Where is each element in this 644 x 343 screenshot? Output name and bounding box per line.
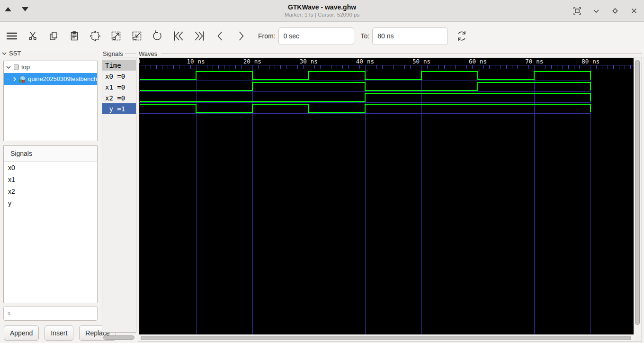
waves-vscrollbar-thumb[interactable] [635,60,640,325]
marker-cursor-status: Marker: 1 fs | Cursor: 52090 ps [0,12,644,18]
signals-frame-line [125,54,136,54]
undo-icon[interactable] [150,28,166,44]
svg-text:ns: ns [254,58,261,65]
close-icon[interactable] [628,5,640,17]
hamburger-menu-icon[interactable] [4,28,20,44]
svg-text:60: 60 [469,58,476,65]
waves-vscrollbar-track[interactable] [634,58,641,335]
go-to-end-icon[interactable] [191,28,207,44]
titlebar: GTKWave - wave.ghw Marker: 1 fs | Cursor… [0,0,644,22]
signals-column-hscrollbar[interactable] [103,335,134,340]
svg-text:30: 30 [300,58,307,65]
signals-frame-label: Signals [103,50,123,57]
svg-text:50: 50 [412,58,420,65]
svg-text:ns: ns [423,58,430,65]
go-to-start-icon[interactable] [170,28,187,44]
hierarchy-globe-icon [19,75,27,83]
shade-chevron-icon[interactable] [590,5,602,17]
signals-list-header: Signals [4,146,97,162]
waveform-canvas[interactable]: 10ns20ns30ns40ns50ns60ns70ns80ns0 [139,58,635,335]
svg-text:80: 80 [581,58,589,65]
append-button[interactable]: Append [4,325,39,341]
waves-frame-label: Waves [139,50,157,57]
reload-icon[interactable] [454,28,470,44]
zoom-fit-icon[interactable] [87,28,103,44]
signal-row-y[interactable]: y =1 [102,103,136,114]
from-input[interactable] [278,27,354,45]
insert-button[interactable]: Insert [45,325,73,341]
tree-branch-line [7,74,9,80]
to-input[interactable] [372,27,448,45]
waves-frame-line [161,54,642,54]
svg-text:ns: ns [536,58,543,65]
signals-list-item-y[interactable]: y [4,197,97,209]
signals-value-panel: Time x0 =0 x1 =0 x2 =0 y =1 [102,57,136,333]
svg-text:ns: ns [480,58,487,65]
to-label: To: [361,32,370,40]
time-header: Time [102,60,136,71]
signal-search-box[interactable] [3,306,98,321]
waves-panel: 10ns20ns30ns40ns50ns60ns70ns80ns0 [138,57,642,342]
svg-text:ns: ns [592,58,599,65]
signal-row-x0[interactable]: x0 =0 [102,71,136,81]
svg-text:ns: ns [367,58,374,65]
chevron-down-icon[interactable] [6,64,11,70]
step-back-icon[interactable] [212,28,228,44]
tree-item-label: quine20250309testbench [28,75,97,82]
module-cylinder-icon [13,63,20,71]
svg-text:20: 20 [243,58,250,65]
signal-row-x1[interactable]: x1 =0 [102,81,136,92]
sst-label: SST [9,50,21,57]
waveform-area[interactable]: 10ns20ns30ns40ns50ns60ns70ns80ns0 [139,58,635,335]
sst-header[interactable]: SST [1,50,21,57]
search-icon [8,310,11,317]
signals-list-item-x0[interactable]: x0 [4,162,97,173]
window-title: GTKWave - wave.ghw [0,3,644,11]
tree-item-label: top [21,63,30,71]
paste-icon[interactable] [66,28,82,44]
copy-icon[interactable] [45,28,62,44]
signal-row-x2[interactable]: x2 =0 [102,92,136,103]
tree-row-testbench[interactable]: quine20250309testbench [4,73,97,85]
search-input[interactable] [14,307,97,320]
tree-row-top[interactable]: top [4,61,97,73]
svg-text:70: 70 [525,58,532,65]
signals-list-item-x1[interactable]: x1 [4,173,97,185]
float-toggle-icon[interactable] [571,5,583,17]
from-label: From: [258,32,276,40]
svg-text:ns: ns [198,58,205,65]
svg-text:10: 10 [187,58,194,65]
chevron-right-icon[interactable] [12,76,18,82]
waves-hscrollbar-thumb[interactable] [141,336,631,340]
waves-hscrollbar-track[interactable] [139,334,635,341]
zoom-out-icon[interactable] [129,28,145,44]
signals-list-item-x2[interactable]: x2 [4,185,97,197]
sst-expander-icon[interactable] [1,51,7,56]
zoom-in-icon[interactable] [108,28,124,44]
cut-icon[interactable] [25,28,41,44]
main-toolbar: From: To: [0,22,644,50]
signals-list-panel: Signals x0 x1 x2 y [3,145,98,303]
step-forward-icon[interactable] [233,28,249,44]
svg-text:0: 0 [139,58,141,65]
tile-diamond-icon[interactable] [609,5,621,17]
svg-text:ns: ns [311,58,318,65]
sst-tree: top quine20250309testbench [3,61,98,141]
svg-text:40: 40 [356,58,363,65]
